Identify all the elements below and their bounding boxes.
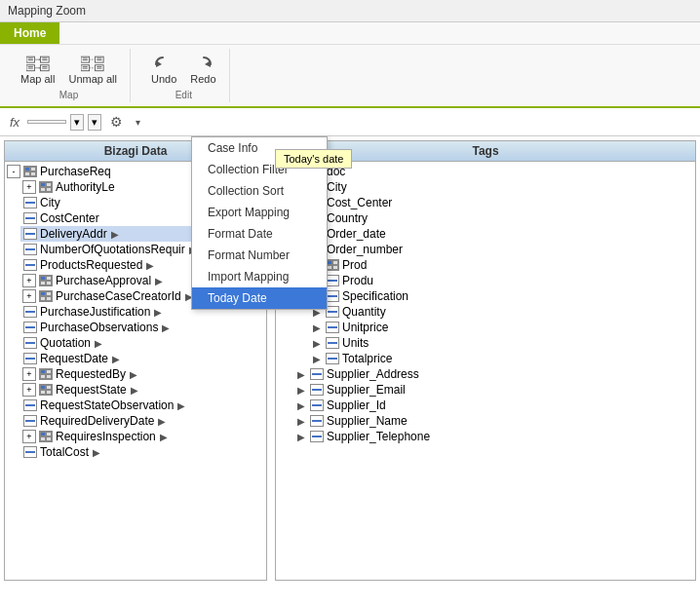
function-menu-button[interactable]: ▾: [132, 114, 144, 131]
unmap-all-button[interactable]: Unmap all: [63, 51, 122, 88]
item-label: Quotation: [40, 336, 91, 350]
expand-icon[interactable]: +: [22, 383, 36, 397]
formula-bar: fx ▾ ▾ ⚙ ▾: [0, 108, 700, 136]
list-item[interactable]: ▶ Cost_Center: [292, 195, 695, 210]
svg-marker-30: [156, 60, 162, 67]
unmap-all-icon: [81, 54, 104, 73]
list-item[interactable]: + RequiresInspection ▶: [20, 429, 266, 444]
list-item[interactable]: ▶ Specification: [307, 288, 695, 304]
item-label: PurchaseJustification: [40, 305, 150, 319]
list-item[interactable]: ▶ Order_date: [292, 226, 695, 242]
unmap-all-label: Unmap all: [68, 73, 117, 85]
field-icon: [22, 445, 38, 459]
dropdown-item-format-number[interactable]: Format Number: [192, 245, 327, 266]
field-icon: [325, 352, 340, 365]
ribbon-tabs: Home: [0, 22, 700, 44]
field-icon: [309, 430, 325, 443]
item-label: RequestStateObservation: [40, 398, 174, 412]
item-label: Supplier_Email: [327, 383, 406, 397]
item-label: PurchaseApproval: [56, 274, 151, 287]
list-item[interactable]: + RequestedBy ▶: [20, 366, 266, 382]
expand-arrow: ▶: [293, 430, 309, 443]
map-all-button[interactable]: Map all: [16, 51, 59, 88]
list-item[interactable]: ▶ Unitprice: [307, 320, 695, 335]
expand-arrow: ▶: [293, 414, 309, 428]
undo-icon: [152, 54, 175, 73]
expand-arrow: ▶: [309, 321, 325, 334]
list-item[interactable]: ▶ Order_number: [292, 242, 695, 257]
formula-dropdown1[interactable]: ▾: [70, 114, 84, 131]
field-icon: [22, 305, 38, 319]
map-arrow: ▶: [108, 352, 124, 365]
item-label: Prod: [342, 258, 367, 272]
right-panel-body: ▶ - doc ▶ City ▶ Cost_Center ▶ Country: [276, 162, 695, 580]
table-icon: [38, 274, 54, 287]
item-label: CostCenter: [40, 211, 99, 225]
redo-button[interactable]: Redo: [185, 51, 220, 88]
list-item[interactable]: RequestDate ▶: [20, 351, 266, 366]
map-arrow: ▶: [154, 414, 170, 428]
item-label: Supplier_Address: [327, 367, 419, 381]
expand-icon[interactable]: +: [22, 289, 36, 303]
dropdown-item-collection-sort[interactable]: Collection Sort: [192, 180, 327, 202]
expand-icon[interactable]: +: [22, 274, 36, 287]
item-label: PurchaseObservations: [40, 321, 158, 334]
field-icon: [325, 336, 340, 350]
map-arrow: ▶: [150, 305, 166, 319]
expand-arrow: ▶: [293, 398, 309, 412]
list-item[interactable]: ▶ Supplier_Telephone: [292, 429, 695, 444]
field-icon: [22, 196, 38, 209]
item-label: Supplier_Id: [327, 398, 386, 412]
field-icon: [22, 336, 38, 350]
expand-icon[interactable]: -: [7, 165, 20, 178]
item-label: Quantity: [342, 305, 386, 319]
list-item[interactable]: PurchaseObservations ▶: [20, 320, 266, 335]
dropdown-item-today-date[interactable]: Today Date: [192, 287, 327, 309]
list-item[interactable]: ▶ Totalprice: [307, 351, 695, 366]
field-icon: [22, 321, 38, 334]
ribbon: Home: [0, 22, 700, 108]
list-item[interactable]: RequiredDeliveryDate ▶: [20, 413, 266, 429]
dropdown-item-format-date[interactable]: Format Date: [192, 223, 327, 245]
map-arrow: ▶: [158, 321, 174, 334]
item-label: TotalCost: [40, 445, 89, 459]
dropdown-item-import-mapping[interactable]: Import Mapping: [192, 266, 327, 287]
list-item[interactable]: ▶ Supplier_Name: [292, 413, 695, 429]
item-label: RequestState: [56, 383, 127, 397]
list-item[interactable]: RequestStateObservation ▶: [20, 398, 266, 413]
expand-icon[interactable]: +: [22, 430, 36, 443]
item-label: RequestedBy: [56, 367, 126, 381]
item-label: PurchaseCaseCreatorId: [56, 289, 181, 303]
list-item[interactable]: ▶ Quantity: [307, 304, 695, 320]
item-label: RequiredDeliveryDate: [40, 414, 154, 428]
list-item[interactable]: ▶ Units: [307, 335, 695, 351]
list-item[interactable]: ▶ Country: [292, 210, 695, 226]
ribbon-edit-group-label: Edit: [175, 90, 192, 100]
list-item[interactable]: ▶ - Prod: [292, 257, 695, 273]
item-label: Supplier_Name: [327, 414, 408, 428]
list-item[interactable]: Quotation ▶: [20, 335, 266, 351]
list-item[interactable]: ▶ Produ: [307, 273, 695, 288]
formula-dropdown2[interactable]: ▾: [88, 114, 101, 131]
today-date-tooltip: Today's date: [275, 149, 352, 169]
expand-icon[interactable]: +: [22, 180, 36, 194]
gear-button[interactable]: ⚙: [105, 111, 128, 133]
item-label: Cost_Center: [327, 196, 392, 209]
table-icon: [22, 165, 38, 178]
ribbon-group-edit: Undo Redo Edit: [138, 49, 230, 102]
list-item[interactable]: TotalCost ▶: [20, 444, 266, 460]
field-icon: [22, 227, 38, 241]
dropdown-item-export-mapping[interactable]: Export Mapping: [192, 202, 327, 223]
list-item[interactable]: ▶ Supplier_Address: [292, 366, 695, 382]
fx-label: fx: [6, 115, 23, 130]
undo-button[interactable]: Undo: [146, 51, 181, 88]
item-label: DeliveryAddr: [40, 227, 107, 241]
map-arrow: ▶: [126, 367, 141, 381]
tab-home[interactable]: Home: [0, 22, 59, 44]
map-arrow: ▶: [156, 430, 172, 443]
list-item[interactable]: + RequestState ▶: [20, 382, 266, 398]
list-item[interactable]: ▶ Supplier_Email: [292, 382, 695, 398]
list-item[interactable]: ▶ Supplier_Id: [292, 398, 695, 413]
expand-icon[interactable]: +: [22, 367, 36, 381]
list-item[interactable]: ▶ City: [292, 179, 695, 195]
